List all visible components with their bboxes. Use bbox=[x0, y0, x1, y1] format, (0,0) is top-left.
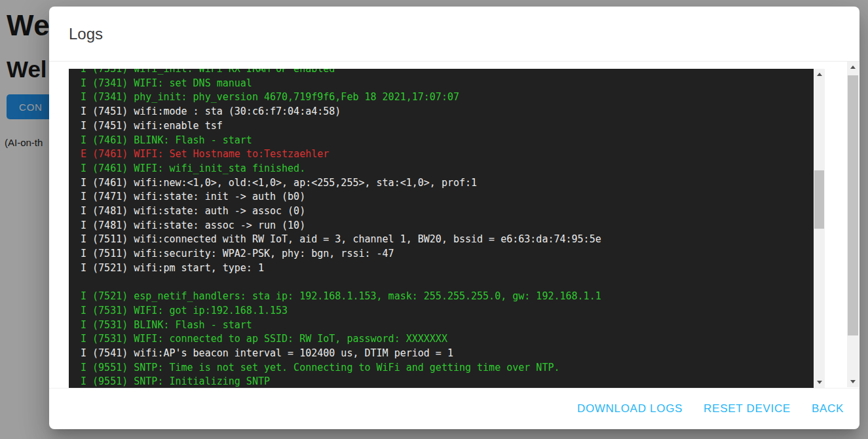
log-line: I (7471) wifi:state: init -> auth (b0) bbox=[81, 190, 814, 204]
dialog-title: Logs bbox=[69, 25, 103, 43]
log-line: I (7461) BLINK: Flash - start bbox=[81, 134, 814, 148]
log-line: I (7451) wifi:mode : sta (30:c6:f7:04:a4… bbox=[81, 105, 814, 119]
triangle-down-icon bbox=[817, 381, 822, 384]
log-line: I (7541) wifi:AP's beacon interval = 102… bbox=[81, 347, 814, 361]
log-line: I (7341) WIFI: set DNS manual bbox=[81, 77, 814, 91]
dialog-body: I (7331) wifi_init: WiFi RX IRAM OP enab… bbox=[49, 62, 859, 388]
dialog-scrollbar[interactable] bbox=[847, 62, 859, 387]
log-line: I (7521) wifi:pm start, type: 1 bbox=[81, 261, 814, 276]
logs-dialog: Logs I (7331) wifi_init: WiFi RX IRAM OP… bbox=[49, 7, 859, 429]
triangle-down-icon bbox=[850, 380, 856, 383]
log-scroll-area[interactable]: I (7331) wifi_init: WiFi RX IRAM OP enab… bbox=[69, 69, 814, 388]
triangle-up-icon bbox=[850, 66, 856, 69]
log-line: I (7511) wifi:connected with RW IoT, aid… bbox=[81, 233, 814, 247]
log-line bbox=[81, 276, 814, 290]
log-line: I (7531) WIFI: connected to ap SSID: RW … bbox=[81, 332, 814, 347]
log-lines: I (7331) wifi_init: WiFi RX IRAM OP enab… bbox=[81, 69, 814, 388]
log-line: I (7481) wifi:state: assoc -> run (10) bbox=[81, 219, 814, 233]
log-line: I (7461) WIFI: wifi_init_sta finished. bbox=[81, 162, 814, 176]
log-line: I (9551) SNTP: Initializing SNTP bbox=[81, 375, 814, 388]
reset-device-button[interactable]: RESET DEVICE bbox=[704, 402, 791, 415]
dialog-footer: DOWNLOAD LOGS RESET DEVICE BACK bbox=[49, 388, 859, 429]
log-terminal: I (7331) wifi_init: WiFi RX IRAM OP enab… bbox=[69, 69, 825, 388]
log-line: I (7451) wifi:enable tsf bbox=[81, 119, 814, 134]
log-line: I (7511) wifi:security: WPA2-PSK, phy: b… bbox=[81, 247, 814, 261]
scroll-up-icon[interactable] bbox=[814, 69, 825, 80]
back-button[interactable]: BACK bbox=[812, 402, 844, 415]
scroll-down-icon[interactable] bbox=[814, 377, 825, 388]
scrollbar-thumb[interactable] bbox=[814, 170, 824, 229]
log-line: I (9551) SNTP: Time is not set yet. Conn… bbox=[81, 361, 814, 375]
log-line: I (7341) phy_init: phy_version 4670,719f… bbox=[81, 90, 814, 105]
log-line: I (7521) esp_netif_handlers: sta ip: 192… bbox=[81, 290, 814, 304]
scroll-up-icon[interactable] bbox=[847, 62, 859, 73]
log-line: I (7331) wifi_init: WiFi RX IRAM OP enab… bbox=[81, 69, 814, 77]
scroll-down-icon[interactable] bbox=[847, 376, 859, 387]
scrollbar-thumb[interactable] bbox=[848, 75, 858, 335]
log-line: I (7461) wifi:new:<1,0>, old:<1,0>, ap:<… bbox=[81, 176, 814, 191]
dialog-header: Logs bbox=[49, 7, 859, 62]
log-line: E (7461) WIFI: Set Hostname to:Testzaehl… bbox=[81, 147, 814, 162]
terminal-scrollbar[interactable] bbox=[814, 69, 825, 388]
log-line: I (7531) BLINK: Flash - start bbox=[81, 318, 814, 333]
triangle-up-icon bbox=[817, 73, 822, 76]
download-logs-button[interactable]: DOWNLOAD LOGS bbox=[577, 402, 683, 415]
log-line: I (7481) wifi:state: auth -> assoc (0) bbox=[81, 204, 814, 219]
log-line: I (7531) WIFI: got ip:192.168.1.153 bbox=[81, 304, 814, 318]
